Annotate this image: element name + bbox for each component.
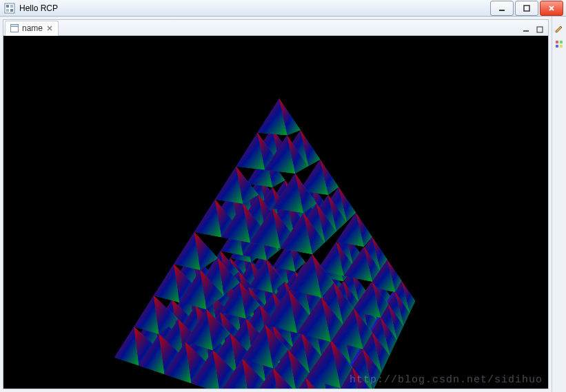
window-title: Hello RCP bbox=[19, 3, 489, 13]
tab-label: name bbox=[22, 23, 43, 33]
view-maximize-icon[interactable] bbox=[534, 24, 545, 35]
edit-icon[interactable] bbox=[554, 23, 565, 34]
svg-rect-640 bbox=[560, 45, 563, 48]
svg-rect-1 bbox=[6, 5, 9, 8]
view-stack: name bbox=[3, 19, 549, 389]
svg-rect-5 bbox=[499, 10, 505, 11]
view-icon bbox=[10, 23, 19, 33]
svg-rect-2 bbox=[10, 5, 13, 8]
maximize-button[interactable] bbox=[515, 1, 538, 16]
window-buttons bbox=[489, 1, 563, 16]
titlebar[interactable]: Hello RCP bbox=[0, 0, 566, 17]
svg-rect-4 bbox=[10, 9, 13, 12]
svg-rect-637 bbox=[556, 41, 558, 43]
svg-rect-10 bbox=[537, 27, 543, 32]
client-area: name bbox=[0, 17, 566, 392]
svg-rect-639 bbox=[556, 45, 558, 48]
tab-name[interactable]: name bbox=[5, 21, 59, 36]
app-window: Hello RCP bbox=[0, 0, 566, 392]
svg-rect-9 bbox=[523, 30, 529, 32]
svg-rect-3 bbox=[6, 9, 9, 12]
right-trim bbox=[552, 17, 566, 392]
tabbar: name bbox=[3, 20, 548, 36]
app-icon bbox=[4, 3, 15, 14]
view-minimize-icon[interactable] bbox=[520, 24, 532, 35]
minimize-button[interactable] bbox=[490, 1, 514, 16]
svg-rect-8 bbox=[11, 25, 19, 27]
tab-close-icon[interactable] bbox=[46, 24, 54, 32]
opengl-viewport[interactable]: http://blog.csdn.net/sidihuo bbox=[3, 36, 548, 389]
svg-rect-638 bbox=[560, 41, 563, 43]
svg-rect-6 bbox=[524, 6, 529, 11]
close-button[interactable] bbox=[540, 1, 563, 16]
palette-icon[interactable] bbox=[554, 39, 565, 50]
